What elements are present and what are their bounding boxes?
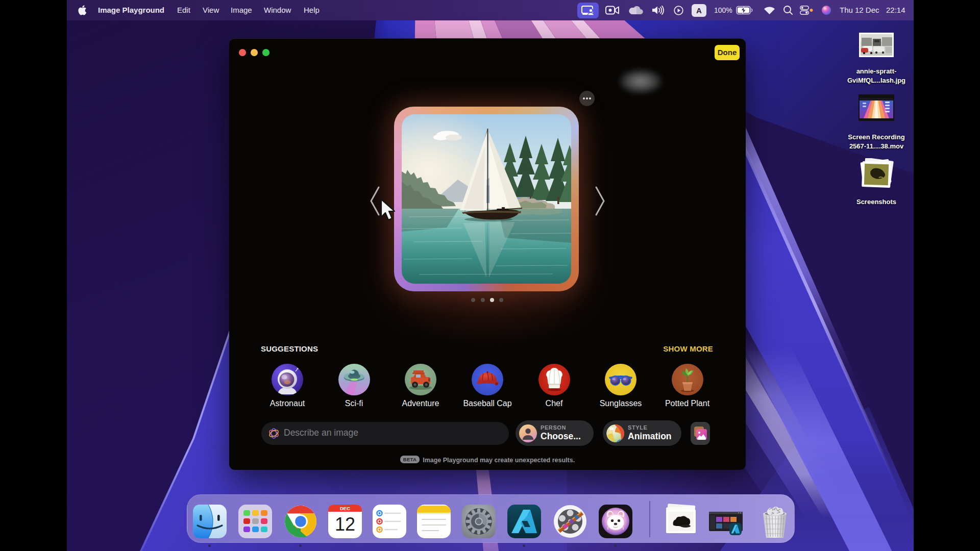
svg-text:12: 12 [335,514,355,535]
svg-text:DEC: DEC [340,506,350,511]
